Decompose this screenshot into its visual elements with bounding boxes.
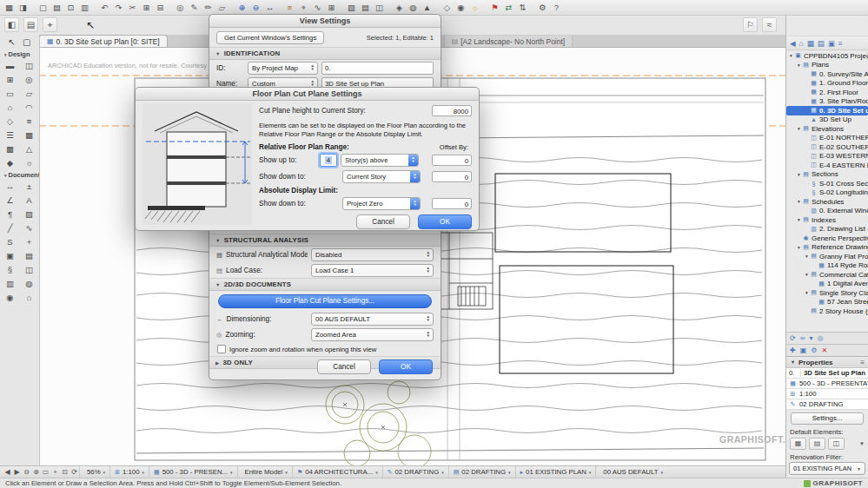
load-case-popup[interactable]: Load Case 1▲▼: [311, 264, 434, 277]
layout-book-icon[interactable]: ▤: [818, 39, 825, 48]
fit-in-window-icon[interactable]: ⊡: [60, 468, 70, 476]
abs-show-down-unit-combo[interactable]: Project Zero▲▼: [342, 197, 421, 210]
id-value-input[interactable]: 0.: [321, 62, 434, 75]
text-tool-icon[interactable]: A: [22, 194, 37, 207]
snap-toggle-icon[interactable]: ⌖: [43, 17, 57, 32]
dimension-selector[interactable]: ✎ 02 DRAFTING ▾: [382, 466, 448, 478]
section-tool-icon[interactable]: §: [3, 263, 18, 276]
link-icon[interactable]: ∞: [800, 334, 805, 342]
tree-item[interactable]: § S-01 Cross Section: [786, 179, 868, 188]
renovation-filter-selector[interactable]: ▸ 01 EXISTING PLAN ▾: [515, 466, 596, 478]
lock-icon[interactable]: ◍: [407, 2, 419, 13]
scale-icon[interactable]: ◫: [374, 2, 385, 13]
show-down-to-offset-input[interactable]: 0: [432, 171, 472, 182]
camera-tool-icon[interactable]: ◉: [3, 291, 18, 304]
flag-icon[interactable]: ⚐: [743, 17, 758, 32]
roof-tool-icon[interactable]: ⌂: [3, 101, 18, 114]
forward-icon[interactable]: ▶: [12, 468, 22, 476]
undo-icon[interactable]: ↶: [99, 2, 110, 13]
rotate-view-icon[interactable]: ⟳: [70, 468, 79, 476]
tree-item-schedules[interactable]: ▾ ▤ Schedules: [786, 197, 868, 207]
brush-icon[interactable]: ✏: [202, 2, 214, 13]
panel-toggle-icon[interactable]: ◨: [17, 2, 29, 13]
tab-layout[interactable]: ▤ [A2 Landscape- No North Point]: [444, 36, 573, 47]
navigator-settings-icon[interactable]: ⚙: [811, 346, 817, 354]
stories-icon[interactable]: ▤: [360, 2, 371, 13]
column-tool-icon[interactable]: ◎: [22, 73, 37, 86]
tree-item[interactable]: ▦ 2. First Floor: [786, 88, 868, 97]
line-tool-icon[interactable]: ╱: [3, 221, 18, 234]
pen-set-selector[interactable]: ⚑ 04 ARCHITECTURA... ▾: [292, 466, 382, 478]
label-tool-icon[interactable]: ¶: [3, 208, 18, 221]
wall-tool-icon[interactable]: ▬: [3, 59, 18, 72]
morph-tool-icon[interactable]: ◇: [3, 115, 18, 128]
change-tool-icon[interactable]: ⌂: [22, 291, 37, 304]
mesh-tool-icon[interactable]: △: [22, 142, 37, 155]
layer-selector[interactable]: ▤ 02 DRAFTING ▾: [448, 466, 515, 478]
view-map-icon[interactable]: ▦: [807, 39, 814, 48]
new-project-icon[interactable]: ▢: [37, 2, 49, 13]
properties-menu-icon[interactable]: ≡: [860, 359, 865, 366]
navigator-menu-icon[interactable]: ≡: [838, 39, 843, 48]
curtain-wall-tool-icon[interactable]: ▦: [22, 129, 37, 142]
help-icon[interactable]: ?: [551, 2, 562, 13]
tree-item[interactable]: ▦ 0. Survey/Site Anal: [786, 69, 868, 79]
new-folder-icon[interactable]: ✚: [790, 346, 796, 354]
show-up-to-input[interactable]: 4: [320, 154, 337, 167]
tree-item-active-view[interactable]: ▦ 0. 3D Site Set up P: [786, 106, 868, 115]
gravity-icon[interactable]: ∿: [312, 2, 323, 13]
tree-item[interactable]: § S-02 Longitudinal S: [786, 188, 868, 198]
door-tool-icon[interactable]: ◫: [22, 59, 37, 72]
show-up-to-unit-combo[interactable]: Story(s) above▲▼: [341, 154, 419, 167]
tree-item[interactable]: ◫ E-02 SOUTHERN E: [786, 142, 868, 152]
tree-item[interactable]: ▦ 114 Ryde Road, I: [786, 261, 868, 271]
structural-model-popup[interactable]: Disabled▲▼: [311, 248, 434, 261]
print-icon[interactable]: ▥: [79, 2, 90, 13]
tree-item[interactable]: ▦ 3. Site Plan/Roof Pl: [786, 97, 868, 107]
3d-view-icon[interactable]: ◇: [441, 2, 453, 13]
floor-plan-cut-plane-settings-button[interactable]: Floor Plan Cut Plane Settings...: [218, 294, 432, 308]
tree-item-plans[interactable]: ▾ ▤ Plans: [786, 61, 868, 70]
abs-show-down-value-input[interactable]: 0: [432, 198, 472, 209]
stair-tool-icon[interactable]: ≡: [22, 115, 37, 128]
worksheet-tool-icon[interactable]: ▥: [3, 277, 18, 290]
default-wall-icon[interactable]: ▦: [790, 438, 806, 450]
grid-snap-icon[interactable]: ⊞: [326, 2, 337, 13]
tree-item[interactable]: ▲ 3D Set Up: [786, 115, 868, 125]
pan-icon[interactable]: +: [50, 468, 60, 476]
toolbox-toggle-icon[interactable]: ▦: [3, 2, 15, 13]
zoom-in-icon[interactable]: ⊕: [31, 468, 41, 476]
dimensioning-popup[interactable]: 00 AUS DEFAULT▲▼: [311, 313, 434, 326]
guide-lines-icon[interactable]: ≡: [284, 2, 295, 13]
object-tool-icon[interactable]: ◆: [3, 156, 18, 169]
marquee-tool-icon[interactable]: ▢: [23, 37, 30, 47]
tree-item[interactable]: ◫ E-4 EASTERN ELEV: [786, 161, 868, 170]
tree-item[interactable]: ▤ 2 Story House (DA): [786, 307, 868, 316]
go-back-icon[interactable]: ◀: [790, 39, 796, 48]
clone-folder-icon[interactable]: ▣: [800, 346, 807, 354]
properties-settings-button[interactable]: Settings...: [791, 412, 864, 425]
redo-icon[interactable]: ↷: [113, 2, 124, 13]
elevation-tool-icon[interactable]: ◫: [22, 263, 37, 276]
project-map-icon[interactable]: ⌂: [799, 39, 804, 48]
refresh-view-icon[interactable]: ⟳: [790, 334, 796, 342]
get-current-window-settings-button[interactable]: Get Current Window's Settings: [216, 31, 324, 44]
cut-plane-ok-button[interactable]: OK: [418, 214, 472, 229]
tree-item[interactable]: ▦ 57 Jean Street, S: [786, 298, 868, 307]
default-object-icon[interactable]: ◫: [828, 438, 845, 450]
polyline-tool-icon[interactable]: ∿: [22, 221, 37, 234]
prop-scale[interactable]: ⊞ 1:100: [786, 389, 868, 399]
open-project-icon[interactable]: ▤: [51, 2, 63, 13]
tree-item-reference-drawings[interactable]: ▾ ▤ Reference Drawings: [786, 243, 868, 253]
search-icon[interactable]: ◎: [175, 2, 186, 13]
settings-icon[interactable]: ⚙: [537, 2, 548, 13]
zoom-level-selector[interactable]: 56% ▾: [79, 466, 109, 478]
eraser-icon[interactable]: ▱: [216, 2, 228, 13]
layer-combination-selector[interactable]: ▦ 500 - 3D - PRESEN... ▾: [149, 466, 237, 478]
tree-item-project[interactable]: ▾ ▣ CPPBDN4105 Project 2: [786, 51, 868, 61]
fill-tool-icon[interactable]: ▨: [22, 208, 37, 221]
prop-layer-combination[interactable]: ▦ 500 - 3D - PRESENTATIONS: [786, 379, 868, 389]
tree-item[interactable]: ▥ 2. Drawing List - Cl: [786, 225, 868, 234]
show-down-to-unit-combo[interactable]: Current Story▲▼: [342, 170, 421, 183]
tree-item[interactable]: ◫ E-03 WESTERN EL: [786, 152, 868, 162]
